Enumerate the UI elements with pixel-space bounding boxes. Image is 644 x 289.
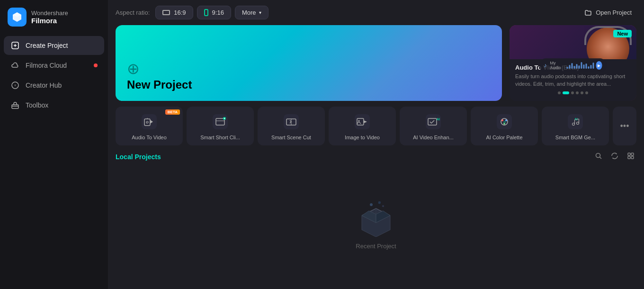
bar-1	[566, 67, 568, 69]
svg-rect-12	[213, 114, 228, 129]
empty-state-label: Recent Project	[356, 243, 396, 250]
audio-bar-visual: ♪ My Audio	[539, 58, 607, 72]
topbar: Aspect ratio: 16:9 9:16 More ▾ Open Proj…	[108, 0, 644, 25]
sidebar-item-creator-hub[interactable]: Creator Hub	[4, 76, 104, 95]
svg-rect-44	[628, 156, 630, 159]
smart-scene-cut-icon	[283, 113, 300, 130]
product-name: Filmora	[31, 17, 68, 25]
toolbox-icon	[10, 100, 20, 110]
tool-smart-short-clip[interactable]: Smart Short Cli...	[187, 107, 254, 145]
content-area: ⊕ New Project New ♪	[108, 25, 644, 289]
ratio-16-9-button[interactable]: 16:9	[155, 6, 193, 19]
open-project-button[interactable]: Open Project	[580, 6, 636, 19]
tool-audio-to-video[interactable]: BETA Audio To Video	[116, 107, 183, 145]
filmora-cloud-label: Filmora Cloud	[26, 62, 67, 69]
smart-bgm-label: Smart BGM Ge...	[555, 134, 595, 141]
create-project-label: Create Project	[26, 42, 68, 49]
svg-rect-43	[631, 153, 634, 155]
more-tools-button[interactable]: •••	[613, 107, 636, 145]
svg-text:AI: AI	[503, 120, 506, 123]
feature-new-badge: New	[613, 30, 632, 37]
bar-5	[576, 64, 577, 69]
sidebar-item-toolbox[interactable]: Toolbox	[4, 96, 104, 115]
bar-10	[588, 66, 589, 69]
svg-point-48	[382, 205, 384, 207]
image-to-video-icon	[354, 113, 371, 130]
empty-box-illustration	[355, 199, 397, 237]
svg-rect-6	[12, 105, 18, 108]
sidebar-item-create-project[interactable]: Create Project	[4, 36, 104, 55]
bar-11	[590, 65, 591, 69]
play-icon: ▶	[596, 61, 602, 70]
section-actions	[593, 151, 636, 163]
dot-3	[571, 91, 574, 94]
create-project-icon	[10, 41, 20, 50]
bar-6	[578, 65, 580, 69]
ai-tools-row: BETA Audio To Video	[116, 107, 636, 145]
tool-image-to-video[interactable]: Image to Video	[329, 107, 396, 145]
svg-rect-8	[142, 114, 157, 129]
phone-icon	[204, 9, 208, 16]
svg-point-23	[358, 120, 360, 122]
dot-2	[563, 91, 569, 94]
section-header: Local Projects	[116, 151, 636, 163]
ai-color-palette-label: AI Color Palette	[486, 134, 522, 141]
smart-short-clip-label: Smart Short Cli...	[200, 134, 240, 141]
music-note-icon: ♪	[544, 62, 546, 69]
new-project-title: New Project	[127, 78, 491, 91]
cloud-notification-dot	[94, 63, 98, 67]
more-button[interactable]: More ▾	[235, 6, 268, 19]
audio-label: My Audio	[550, 61, 563, 70]
audio-to-video-icon	[141, 113, 158, 130]
logo-area: Wondershare Filmora	[0, 0, 108, 36]
sidebar-item-filmora-cloud[interactable]: Filmora Cloud	[4, 56, 104, 75]
local-projects-section: Local Projects	[116, 151, 636, 281]
svg-rect-42	[628, 153, 630, 155]
sidebar-nav: Create Project Filmora Cloud Creator Hub	[0, 36, 108, 289]
image-to-video-label: Image to Video	[345, 134, 380, 141]
audio-waveform	[566, 62, 594, 69]
cloud-icon	[10, 61, 20, 70]
local-projects-title: Local Projects	[116, 153, 161, 161]
new-project-card[interactable]: ⊕ New Project	[116, 25, 502, 101]
refresh-button[interactable]	[609, 151, 620, 163]
empty-state: Recent Project	[116, 167, 636, 281]
bar-3	[571, 63, 572, 69]
grid-view-button[interactable]	[625, 151, 636, 163]
open-project-label: Open Project	[596, 9, 632, 16]
main-area: Aspect ratio: 16:9 9:16 More ▾ Open Proj…	[108, 0, 644, 289]
monitor-icon	[162, 10, 170, 15]
tool-ai-color-palette[interactable]: AI AI Color Palette	[471, 107, 538, 145]
tool-ai-video-enhance[interactable]: AI AI Video Enhan...	[400, 107, 467, 145]
feature-description: Easily turn audio podcasts into captivat…	[515, 73, 631, 88]
svg-rect-45	[631, 156, 634, 159]
bar-7	[581, 62, 582, 69]
top-cards-row: ⊕ New Project New ♪	[116, 25, 636, 101]
beta-badge: BETA	[165, 109, 180, 115]
toolbox-label: Toolbox	[26, 101, 48, 109]
feature-highlight-card[interactable]: New ♪ My Audio	[510, 25, 636, 101]
chevron-down-icon: ▾	[259, 10, 261, 15]
tool-smart-bgm[interactable]: AI Smart BGM Ge...	[542, 107, 609, 145]
ratio-16-9-label: 16:9	[174, 9, 186, 16]
svg-point-40	[596, 154, 600, 158]
ratio-9-16-button[interactable]: 9:16	[197, 6, 231, 19]
smart-scene-cut-label: Smart Scene Cut	[271, 134, 311, 141]
ratio-9-16-label: 9:16	[212, 9, 224, 16]
grid-view-icon	[627, 152, 635, 160]
svg-line-41	[600, 157, 602, 159]
ai-video-enhance-icon: AI	[425, 113, 442, 130]
creator-hub-label: Creator Hub	[26, 81, 62, 89]
dot-6	[585, 91, 588, 94]
ellipsis-icon: •••	[620, 121, 629, 131]
smart-bgm-icon: AI	[567, 113, 584, 130]
app-logo-icon	[8, 8, 27, 27]
bar-4	[573, 66, 575, 69]
search-button[interactable]	[593, 151, 604, 163]
refresh-icon	[611, 152, 618, 160]
card-dots	[515, 88, 631, 96]
tool-smart-scene-cut[interactable]: Smart Scene Cut	[258, 107, 325, 145]
dot-1	[558, 91, 561, 94]
folder-icon	[584, 9, 592, 17]
audio-to-video-label: Audio To Video	[132, 134, 167, 141]
